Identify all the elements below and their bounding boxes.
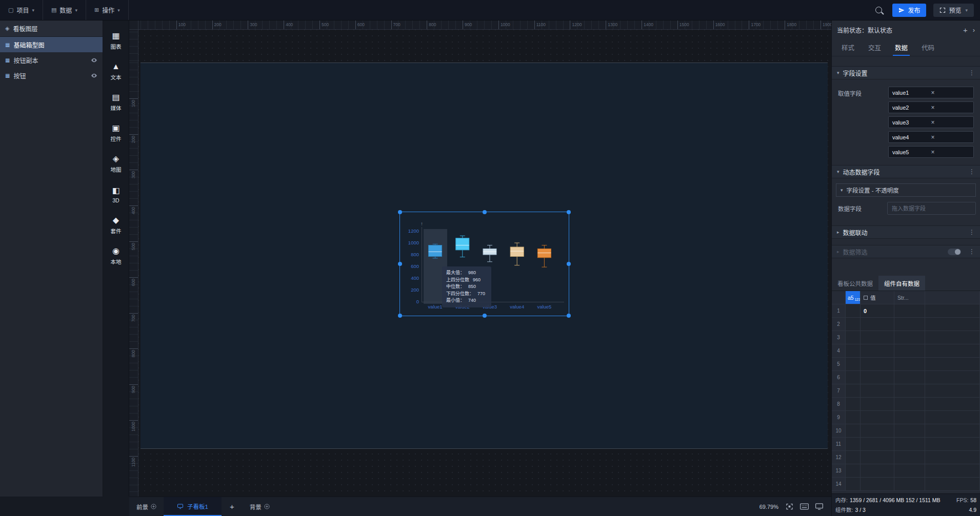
more-menu-icon[interactable]: ⋮ [969, 168, 975, 175]
toolbox-item-文本[interactable]: ▲文本 [103, 56, 129, 87]
table-row[interactable]: 5 [832, 358, 980, 371]
table-row[interactable]: 11 [832, 438, 980, 451]
data-field-input[interactable] [887, 202, 976, 215]
value-field-input[interactable]: value2× [888, 101, 974, 113]
section-field-settings[interactable]: ▾ 字段设置 ⋮ [832, 66, 980, 79]
section-data-linkage[interactable]: ▸ 数据联动 ⋮ [832, 225, 980, 239]
value-field-input[interactable]: value4× [888, 131, 974, 143]
background-button[interactable]: 背景 [243, 497, 277, 516]
selection-handle[interactable] [398, 314, 402, 318]
value-field-list: value1×value2×value3×value4×value5× [888, 87, 974, 158]
toolbox-item-地图[interactable]: ◈地图 [103, 149, 129, 179]
table-row[interactable]: 2 [832, 318, 980, 331]
table-row[interactable]: 3 [832, 331, 980, 344]
table-row[interactable]: 6 [832, 371, 980, 384]
toolbox-item-本地[interactable]: ◉本地 [103, 241, 129, 272]
selection-handle[interactable] [483, 210, 487, 214]
ruler-tick: 1100 [129, 456, 138, 467]
board-tab[interactable]: 子看板1 [164, 497, 222, 516]
search-icon[interactable] [875, 7, 882, 13]
section-dynamic-fields[interactable]: ▾ 动态数据字段 ⋮ [832, 165, 980, 178]
column-header[interactable]: a5123 [846, 291, 861, 304]
publish-button[interactable]: 发布 [892, 4, 926, 17]
visibility-toggle-icon[interactable] [91, 57, 97, 64]
components-label: 组件数: [835, 507, 853, 513]
table-row[interactable]: 13 [832, 464, 980, 478]
table-row[interactable]: 9 [832, 411, 980, 424]
menu-item[interactable]: ▤数据▾ [43, 0, 86, 20]
table-row[interactable]: 4 [832, 344, 980, 358]
toolbox-item-套件[interactable]: ◆套件 [103, 210, 129, 241]
layer-type-icon: ▦ [5, 42, 10, 48]
menu-item[interactable]: ▢项目▾ [0, 0, 43, 20]
close-icon[interactable]: × [931, 149, 970, 155]
column-header[interactable] [925, 291, 980, 304]
close-icon[interactable]: × [931, 119, 970, 126]
ruler-tick: 200 [129, 134, 138, 143]
table-row[interactable]: 8 [832, 398, 980, 411]
selection-handle[interactable] [398, 210, 402, 214]
toolbox-item-3D[interactable]: ◧3D [103, 179, 129, 210]
ruler-tick: 700 [129, 313, 138, 322]
more-menu-icon[interactable]: ⋮ [969, 69, 975, 76]
data-tab-组件自有数据[interactable]: 组件自有数据 [878, 276, 925, 291]
section-data-filter[interactable]: ▸ 数据筛选 ⋮ [832, 245, 980, 258]
value-field-input[interactable]: value5× [888, 146, 974, 158]
close-icon[interactable]: × [931, 134, 970, 140]
layer-item[interactable]: ▦按钮 [0, 68, 103, 83]
toolbox-item-控件[interactable]: ▣控件 [103, 118, 129, 149]
table-row[interactable]: 10 [832, 304, 980, 318]
selection-handle[interactable] [398, 262, 402, 266]
value-field-input[interactable]: value3× [888, 116, 974, 128]
selection-handle[interactable] [567, 262, 571, 266]
boxplot-component[interactable]: ↑020040060080010001200value1value2value3… [400, 212, 569, 316]
inspector-tab-样式[interactable]: 样式 [842, 39, 854, 56]
background-add-icon[interactable] [264, 504, 270, 509]
more-menu-icon[interactable]: ⋮ [969, 248, 975, 255]
toolbox-item-图表[interactable]: ▦图表 [103, 26, 129, 56]
selection-handle[interactable] [567, 210, 571, 214]
value-field-input[interactable]: value1× [888, 87, 974, 98]
menu-item[interactable]: ⊞操作▾ [86, 0, 129, 20]
canvas[interactable]: 1002003004005006007008009001000110012001… [129, 20, 831, 497]
ruler-tick: 1300 [606, 20, 617, 29]
ruler-tick: 800 [427, 20, 436, 29]
table-row[interactable]: 12 [832, 451, 980, 464]
close-icon[interactable]: × [931, 90, 970, 96]
foreground-button[interactable]: 前景 [129, 497, 164, 516]
table-row[interactable]: 7 [832, 384, 980, 398]
layer-item[interactable]: ▦按钮副本 [0, 52, 103, 68]
table-row[interactable]: 14 [832, 478, 980, 491]
more-menu-icon[interactable]: ⋮ [969, 229, 975, 236]
inspector-tab-数据[interactable]: 数据 [895, 39, 908, 56]
ruler-tick: 1500 [677, 20, 689, 29]
layer-item[interactable]: ▦基础箱型图 [0, 37, 103, 52]
preview-button[interactable]: 预览 ▾ [933, 4, 974, 17]
shortcut-keyboard-icon[interactable] [800, 503, 809, 510]
chevron-right-icon[interactable]: › [973, 26, 975, 34]
toolbox-item-媒体[interactable]: ▤媒体 [103, 87, 129, 118]
column-header[interactable]: 值 [861, 291, 894, 304]
add-board-button[interactable]: + [222, 502, 243, 511]
inspector-tab-交互[interactable]: 交互 [868, 39, 881, 56]
caret-down-icon: ▾ [841, 188, 843, 193]
layers-panel: ◈ 看板图层 ▦基础箱型图▦按钮副本▦按钮 [0, 20, 103, 497]
selection-handle[interactable] [567, 314, 571, 318]
checkbox-icon [864, 296, 868, 300]
widget-icon: ▣ [112, 124, 119, 132]
add-state-icon[interactable]: + [963, 26, 968, 34]
data-tab-看板公共数据[interactable]: 看板公共数据 [832, 276, 878, 291]
data-filter-toggle[interactable] [948, 249, 961, 255]
opacity-subsection-header[interactable]: ▾ 字段设置 - 不透明度 [836, 183, 976, 197]
selection-handle[interactable] [483, 314, 487, 318]
visibility-toggle-icon[interactable] [91, 72, 97, 79]
zoom-level[interactable]: 69.79% [759, 504, 778, 510]
column-header[interactable]: Str... [894, 291, 925, 304]
close-icon[interactable]: × [931, 105, 970, 111]
table-row[interactable]: 10 [832, 424, 980, 438]
inspector-tab-代码[interactable]: 代码 [922, 39, 934, 56]
fit-view-icon[interactable] [786, 503, 793, 510]
caret-down-icon: ▾ [75, 8, 77, 13]
foreground-add-icon[interactable] [151, 504, 156, 509]
presentation-icon[interactable] [815, 503, 823, 510]
